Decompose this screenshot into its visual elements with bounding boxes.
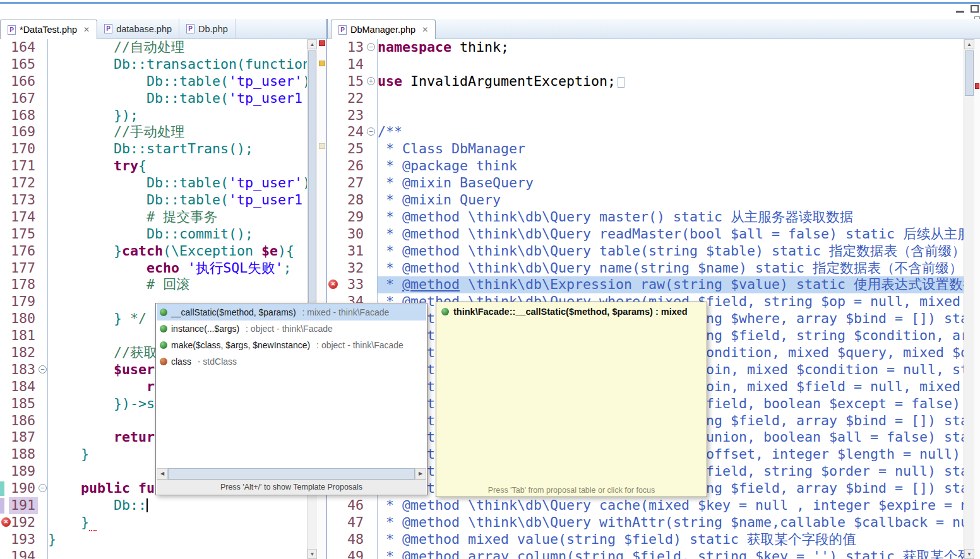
code-token: Db::transaction(function [48,56,307,72]
code-line: 172 Db::table('tp_user') [0,175,307,192]
scrollbar-thumb[interactable] [308,50,316,315]
editor-tab[interactable]: PDb.php [179,19,236,38]
completion-item[interactable]: make($class, $args, $newInstance) : obje… [157,337,426,353]
completion-item-name: class [171,356,191,367]
annotation-ruler [327,260,338,277]
completion-item[interactable]: class - stdClass [157,353,426,370]
code-token [48,379,146,394]
text-caret [146,498,148,512]
scrollbar-thumb[interactable] [965,50,974,96]
scroll-up-icon[interactable]: ▲ [964,39,974,49]
titlebar-accent [0,2,980,4]
scroll-left-icon[interactable]: ◀ [157,468,168,480]
code-line: 164 //自动处理 [0,39,307,56]
code-line: 168 }); [0,107,307,124]
code-token: * @package think [378,158,517,174]
fold-collapse-icon[interactable]: − [367,43,375,51]
code-token: * @method \think\db\Query readMaster(boo… [378,226,964,242]
code-token: ) [302,175,307,191]
code-line: 176 }catch(\Exception $e){ [0,243,307,260]
annotation-ruler [0,429,9,446]
code-text: } [48,531,307,548]
scroll-down-icon[interactable]: ▼ [308,549,317,559]
editor-tab[interactable]: PDbManager.php✕ [331,20,436,39]
line-number: 49 [338,548,366,559]
code-line: 30 * @method \think\db\Query readMaster(… [327,226,964,243]
completion-item-type: : mixed - think\Facade [300,307,390,317]
code-token [48,276,146,292]
line-number: 165 [9,56,38,73]
line-number: 172 [9,175,38,192]
code-token: } [48,243,122,259]
code-token [48,209,146,225]
warning-overview-marker[interactable] [319,61,325,66]
scroll-down-icon[interactable]: ▼ [964,549,974,559]
fold-ruler [366,260,378,277]
fold-collapse-icon[interactable]: − [39,365,47,374]
code-text: # 回滚 [48,276,307,293]
minimize-icon[interactable] [956,5,964,13]
line-number: 28 [338,192,366,209]
code-line: 178 # 回滚 [0,276,307,293]
code-text: * @method mixed value(string $field) sta… [378,531,964,548]
fold-ruler: − [366,39,378,56]
tab-close-icon[interactable]: ✕ [422,25,428,34]
fold-collapse-icon[interactable]: − [39,484,47,492]
scrollbar-thumb[interactable] [168,468,415,480]
occurrence-marker [0,481,4,496]
annotation-ruler [0,107,9,124]
fold-ruler [38,158,48,175]
code-text: * @method \think\db\Query readMaster(boo… [378,226,964,243]
tab-label: Db.php [198,24,228,34]
code-line: 25 * Class DbManager [327,141,964,158]
fold-ruler [38,344,48,362]
line-number: 192 [9,514,38,531]
code-token: namespace [378,39,451,55]
code-token: * @method mixed value(string $field) sta… [378,531,856,547]
code-line: 46 * @method \think\db\Query cache(mixed… [327,497,964,514]
fold-ruler [366,141,378,158]
code-text: use InvalidArgumentException; [378,73,964,90]
code-line: 175 Db::commit(); [0,226,307,243]
editor-tab[interactable]: P*DataTest.php✕ [0,20,97,39]
scroll-right-icon[interactable]: ▶ [415,468,426,480]
code-token: */ [130,310,146,326]
right-overview-ruler[interactable] [974,39,980,559]
code-text: * @method \think\db\Query table(string $… [378,243,964,260]
annotation-ruler [0,327,9,344]
code-token: * @mixin Query [378,192,501,208]
fold-ruler [38,107,48,124]
right-editor-scrollbar[interactable]: ▲ ▼ [964,39,974,559]
fold-ruler [38,548,48,559]
method-icon [160,341,167,349]
code-token: }); [48,107,138,123]
completion-item-name: make($class, $args, $newInstance) [171,340,310,350]
annotation-ruler [327,39,338,56]
scroll-up-icon[interactable]: ▲ [308,39,317,49]
line-number: 22 [338,90,366,107]
error-overview-marker[interactable] [319,40,325,46]
error-overview-marker[interactable] [975,83,979,89]
code-token: # 提交事务 [146,209,217,225]
fold-ruler [38,56,48,73]
code-token: } [48,531,56,547]
completion-list[interactable]: __callStatic($method, $params) : mixed -… [157,304,426,370]
code-token: * Class DbManager [378,141,525,156]
editor-tab[interactable]: Pdatabase.php [97,19,179,38]
maximize-icon[interactable] [971,5,979,13]
completion-item-type: : object - think\Facade [314,340,403,350]
completion-item[interactable]: __callStatic($method, $params) : mixed -… [157,304,426,321]
completion-item[interactable]: instance(...$args) : object - think\Faca… [157,321,426,337]
code-text: }catch(\Exception $e){ [48,243,307,260]
code-token: } [48,446,89,462]
annotation-ruler [0,396,9,413]
tab-close-icon[interactable]: ✕ [83,25,90,34]
occurrence-overview-marker[interactable] [319,143,325,149]
fold-ruler [38,531,48,548]
completion-hscrollbar[interactable]: ◀ ▶ [157,468,426,480]
line-number: 23 [338,107,366,124]
annotation-ruler [0,192,9,209]
fold-collapse-icon[interactable]: − [367,127,375,136]
fold-ruler [38,514,48,531]
fold-expand-icon[interactable]: + [367,77,375,85]
